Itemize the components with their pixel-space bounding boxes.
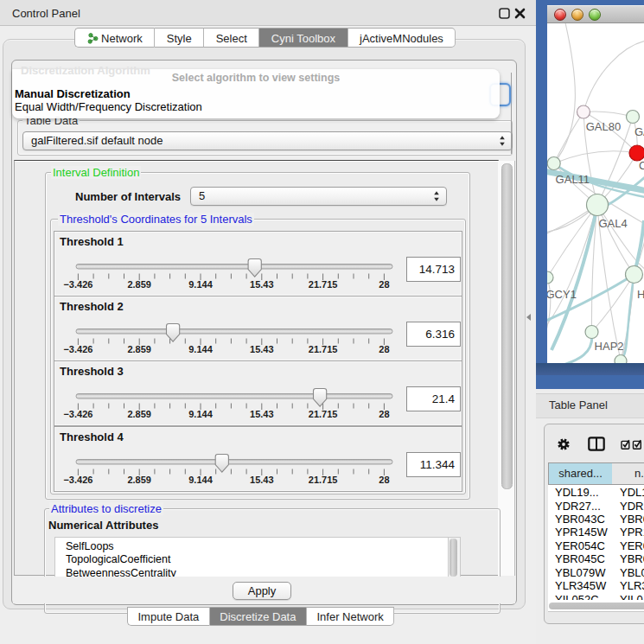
svg-text:9.144: 9.144: [188, 279, 213, 290]
svg-text:21.715: 21.715: [309, 409, 338, 419]
svg-text:21.715: 21.715: [309, 279, 338, 290]
svg-text:28: 28: [379, 344, 389, 354]
svg-text:9.144: 9.144: [188, 344, 213, 354]
svg-text:21.715: 21.715: [309, 344, 338, 354]
svg-text:9.144: 9.144: [188, 409, 213, 419]
svg-text:GAL80: GAL80: [586, 120, 621, 133]
svg-text:−3.426: −3.426: [63, 474, 92, 484]
svg-text:28: 28: [379, 474, 389, 484]
svg-text:28: 28: [379, 279, 389, 290]
svg-text:HAP2: HAP2: [595, 340, 624, 353]
svg-text:GCY1: GCY1: [547, 288, 577, 301]
svg-text:28: 28: [379, 409, 389, 419]
svg-text:2.859: 2.859: [127, 279, 151, 290]
svg-text:−3.426: −3.426: [63, 409, 92, 419]
svg-text:2.859: 2.859: [127, 474, 151, 484]
svg-text:GA: GA: [634, 125, 644, 138]
svg-text:2.859: 2.859: [127, 344, 151, 354]
svg-text:GAL4: GAL4: [598, 217, 627, 230]
svg-text:15.43: 15.43: [250, 474, 274, 484]
svg-text:GAL11: GAL11: [556, 173, 590, 186]
svg-text:2.859: 2.859: [127, 409, 151, 419]
svg-text:H: H: [637, 288, 644, 301]
svg-text:C: C: [639, 159, 644, 172]
svg-text:−3.426: −3.426: [63, 279, 92, 290]
svg-text:15.43: 15.43: [250, 409, 274, 419]
svg-text:−3.426: −3.426: [63, 344, 92, 354]
svg-text:15.43: 15.43: [250, 344, 274, 354]
svg-text:9.144: 9.144: [188, 474, 213, 484]
svg-text:15.43: 15.43: [250, 279, 274, 290]
svg-text:21.715: 21.715: [309, 474, 338, 484]
